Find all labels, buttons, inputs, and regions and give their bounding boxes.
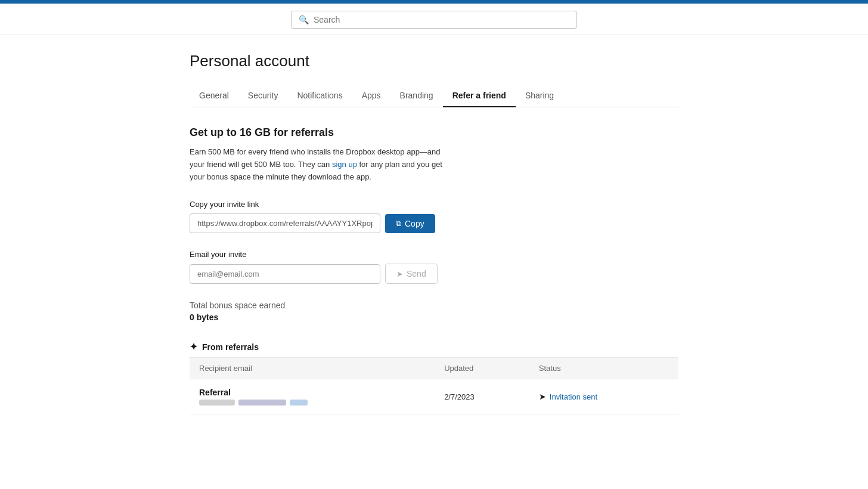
invite-link-section: Copy your invite link ⧉ Copy bbox=[190, 200, 678, 233]
email-invite-section: Email your invite ➤ Send bbox=[190, 250, 678, 284]
tab-apps[interactable]: Apps bbox=[352, 85, 390, 107]
invitation-sent-label: Invitation sent bbox=[550, 392, 597, 401]
updated-cell: 2/7/2023 bbox=[435, 379, 529, 414]
send-button[interactable]: ➤ Send bbox=[385, 264, 438, 284]
redacted-block-3 bbox=[290, 400, 308, 406]
tab-sharing[interactable]: Sharing bbox=[516, 85, 563, 107]
table-body: Referral 2/7/2023 ➤ Invitation sent bbox=[190, 379, 678, 414]
tabs-nav: General Security Notifications Apps Bran… bbox=[190, 85, 678, 107]
invite-link-label: Copy your invite link bbox=[190, 200, 678, 209]
search-input[interactable] bbox=[314, 15, 569, 24]
referral-description: Earn 500 MB for every friend who install… bbox=[190, 146, 452, 183]
table-row: Referral 2/7/2023 ➤ Invitation sent bbox=[190, 379, 678, 414]
tab-general[interactable]: General bbox=[190, 85, 238, 107]
col-recipient: Recipient email bbox=[190, 358, 435, 379]
bonus-label: Total bonus space earned bbox=[190, 301, 678, 310]
invite-link-row: ⧉ Copy bbox=[190, 213, 678, 233]
signup-link[interactable]: sign up bbox=[332, 160, 357, 169]
redacted-block-1 bbox=[199, 400, 235, 406]
copy-button[interactable]: ⧉ Copy bbox=[385, 214, 435, 233]
referral-heading: Get up to 16 GB for referrals bbox=[190, 126, 678, 139]
tab-notifications[interactable]: Notifications bbox=[287, 85, 352, 107]
redacted-block-2 bbox=[238, 400, 286, 406]
invitation-sent: ➤ Invitation sent bbox=[539, 392, 669, 401]
referrals-table: Recipient email Updated Status Referral bbox=[190, 357, 678, 414]
invite-link-input[interactable] bbox=[190, 213, 380, 233]
recipient-cell: Referral bbox=[190, 379, 435, 414]
from-referrals-label: From referrals bbox=[202, 342, 259, 352]
sparkle-icon: ✦ bbox=[190, 341, 197, 352]
col-status: Status bbox=[529, 358, 678, 379]
tab-branding[interactable]: Branding bbox=[390, 85, 443, 107]
email-invite-input[interactable] bbox=[190, 264, 380, 284]
tab-refer-a-friend[interactable]: Refer a friend bbox=[443, 85, 516, 107]
referrals-section: ✦ From referrals Recipient email Updated… bbox=[190, 341, 678, 414]
send-icon: ➤ bbox=[396, 270, 403, 278]
search-bar-container: 🔍 bbox=[0, 4, 868, 35]
search-bar: 🔍 bbox=[291, 11, 577, 29]
email-invite-row: ➤ Send bbox=[190, 264, 678, 284]
tab-security[interactable]: Security bbox=[238, 85, 288, 107]
referral-name: Referral bbox=[199, 388, 425, 397]
bonus-section: Total bonus space earned 0 bytes bbox=[190, 301, 678, 322]
copy-icon: ⧉ bbox=[396, 219, 401, 228]
invitation-sent-icon: ➤ bbox=[539, 392, 546, 401]
redacted-blocks bbox=[199, 400, 425, 406]
search-icon: 🔍 bbox=[299, 15, 309, 24]
table-header: Recipient email Updated Status bbox=[190, 358, 678, 379]
referrals-header: ✦ From referrals bbox=[190, 341, 678, 357]
email-invite-label: Email your invite bbox=[190, 250, 678, 259]
status-cell: ➤ Invitation sent bbox=[529, 379, 678, 414]
page-content: Personal account General Security Notifi… bbox=[166, 35, 702, 438]
bonus-value: 0 bytes bbox=[190, 312, 678, 322]
col-updated: Updated bbox=[435, 358, 529, 379]
page-title: Personal account bbox=[190, 52, 678, 70]
